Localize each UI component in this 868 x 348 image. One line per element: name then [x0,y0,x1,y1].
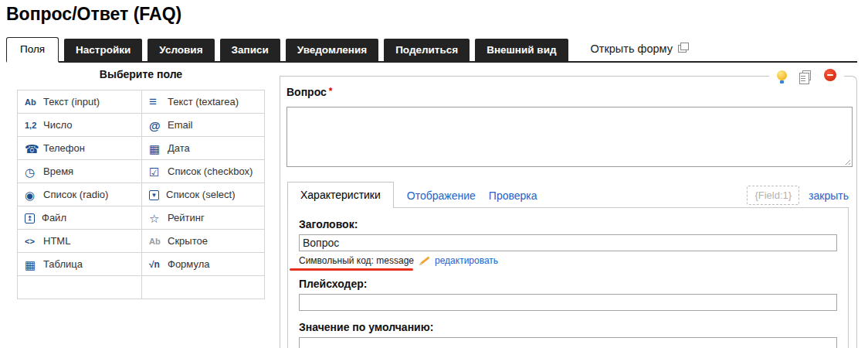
field-action-icons [769,69,844,81]
field-type-file[interactable]: ↥Файл [18,206,142,230]
field-type-label: Email [168,120,193,131]
page-title: Вопрос/Ответ (FAQ) [6,4,181,25]
number-icon: 1,2 [25,121,43,130]
checkbox-list-icon: ☑ [149,166,168,178]
lightbulb-icon[interactable] [777,70,787,80]
field-type-label: HTML [43,236,70,247]
field-title: Вопрос* [287,86,856,98]
red-underline-annotation [290,268,413,271]
email-icon: @ [149,120,168,131]
tab-fields[interactable]: Поля [6,37,59,63]
title-input[interactable] [299,234,837,251]
field-type-select-list[interactable]: ▼Список (select) [142,183,265,206]
table-row: 1,2Число @Email [18,114,265,137]
title-label: Заголовок: [299,218,837,230]
field-type-html[interactable]: <>HTML [18,230,142,253]
tab-conditions[interactable]: Условия [147,39,214,61]
placeholder-label: Плейсходер: [299,278,837,290]
tab-validation[interactable]: Проверка [489,189,537,202]
field-type-table: AbТекст (input) ≡Текст (textarea) 1,2Чис… [17,90,265,299]
code-label: Символьный код: [299,255,374,266]
field-type-label: Время [43,166,73,178]
field-type-label: Список (checkbox) [168,166,253,178]
table-row: AbТекст (input) ≡Текст (textarea) [18,90,265,114]
tab-settings[interactable]: Настройки [64,39,142,61]
field-title-text: Вопрос [287,86,327,98]
field-type-date[interactable]: ▦Дата [142,137,265,160]
field-editor-panel: Вопрос* Характеристики Отображение Прове… [280,76,857,348]
field-settings-tabbar: Характеристики Отображение Проверка {Fie… [287,183,849,207]
time-icon: ◷ [25,166,43,178]
radio-list-icon: ◉ [25,189,43,201]
table-row: ◷Время ☑Список (checkbox) [18,160,265,183]
field-type-textarea[interactable]: ≡Текст (textarea) [142,90,265,114]
text-input-icon: Ab [25,97,43,107]
remove-icon[interactable] [824,69,836,81]
field-type-label: Формула [168,259,209,271]
default-value-input[interactable] [299,337,837,348]
field-type-label: Файл [42,213,66,224]
field-type-label: Текст (textarea) [168,96,239,107]
field-type-label: Дата [168,143,190,155]
field-type-label: Скрытое [168,236,208,247]
edit-code-link[interactable]: редактировать [435,255,498,266]
tab-characteristics[interactable]: Характеристики [287,182,394,208]
table-row: ▦Таблица √nФормула [18,253,265,276]
field-type-label: Список (radio) [43,189,108,201]
textarea-icon: ≡ [149,95,168,108]
tab-display[interactable]: Отображение [407,189,476,202]
table-row: <>HTML AbСкрытое [18,230,265,253]
hidden-field-icon: Ab [149,237,168,246]
field-type-rating[interactable]: ☆Рейтинг [142,206,265,230]
question-textarea-wrap [287,107,853,167]
question-textarea[interactable] [287,107,853,167]
field-type-label: Таблица [43,259,83,271]
html-icon: <> [25,237,43,246]
field-type-phone[interactable]: ☎Телефон [18,137,142,160]
select-list-icon: ▼ [149,190,159,200]
field-type-hidden[interactable]: AbСкрытое [142,230,265,253]
field-type-radio-list[interactable]: ◉Список (radio) [18,183,142,206]
edit-pencil-icon[interactable] [420,256,429,264]
field-type-text-input[interactable]: AbТекст (input) [18,90,142,114]
external-window-icon [678,45,687,53]
field-type-label: Текст (input) [43,97,100,108]
symbolic-code-line: Символьный код: message редактировать [299,255,837,266]
required-mark: * [329,86,333,97]
tab-appearance[interactable]: Внешний вид [475,39,568,61]
empty-cell [142,276,265,299]
field-type-label: Рейтинг [168,213,205,224]
sidebar-title: Выберите поле [17,68,265,80]
form-builder-screen: Вопрос/Ответ (FAQ) Поля Настройки Услови… [0,0,868,348]
table-row [18,276,265,299]
field-type-number[interactable]: 1,2Число [18,114,142,137]
file-upload-icon: ↥ [25,213,35,223]
field-type-label: Число [43,120,72,131]
table-icon: ▦ [25,259,43,271]
formula-icon: √n [149,259,168,270]
field-type-table[interactable]: ▦Таблица [18,253,142,276]
tab-notifications[interactable]: Уведомления [286,39,378,61]
table-row: ☎Телефон ▦Дата [18,137,265,160]
characteristics-panel: Заголовок: Символьный код: message редак… [287,207,849,348]
main-tabbar: Поля Настройки Условия Записи Уведомлени… [6,37,857,63]
empty-cell [18,276,142,299]
open-form-link[interactable]: Открыть форму [591,43,687,61]
date-icon: ▦ [149,143,168,155]
tab-share[interactable]: Поделиться [384,39,470,61]
field-type-label: Телефон [43,143,85,155]
copy-icon[interactable] [802,70,811,80]
open-form-label: Открыть форму [591,43,673,55]
field-type-time[interactable]: ◷Время [18,160,142,183]
tab-records[interactable]: Записи [220,39,280,61]
table-row: ↥Файл ☆Рейтинг [18,206,265,230]
table-row: ◉Список (radio) ▼Список (select) [18,183,265,206]
close-link[interactable]: закрыть [809,189,849,202]
field-token-badge: {Field:1} [747,186,799,205]
field-type-label: Список (select) [166,189,235,201]
field-type-formula[interactable]: √nФормула [142,253,265,276]
field-type-checkbox-list[interactable]: ☑Список (checkbox) [142,160,265,183]
field-type-email[interactable]: @Email [142,114,265,137]
placeholder-input[interactable] [299,294,837,311]
code-value: message [376,255,414,266]
